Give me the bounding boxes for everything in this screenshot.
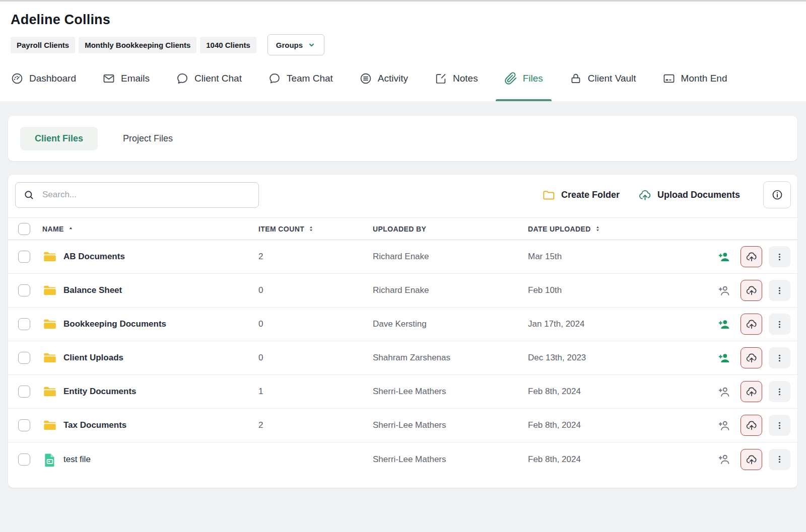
row-item-count: 0 xyxy=(258,353,373,363)
dots-vertical-icon xyxy=(774,420,785,431)
search-icon xyxy=(23,189,35,201)
row-upload-button[interactable] xyxy=(741,381,762,402)
dots-vertical-icon xyxy=(774,353,785,363)
row-checkbox[interactable] xyxy=(18,386,30,398)
upload-cloud-icon xyxy=(746,453,758,466)
row-menu-button[interactable] xyxy=(769,246,790,267)
row-checkbox[interactable] xyxy=(18,318,30,330)
row-name[interactable]: Entity Documents xyxy=(63,387,258,397)
nav-tab[interactable]: Dashboard xyxy=(11,55,76,101)
client-vault-icon xyxy=(569,72,582,85)
upload-cloud-icon xyxy=(746,251,758,263)
row-name[interactable]: AB Documents xyxy=(63,252,258,262)
column-header[interactable]: ITEM COUNT xyxy=(258,225,373,233)
sort-both-icon xyxy=(307,225,315,233)
row-checkbox[interactable] xyxy=(18,284,30,296)
upload-cloud-icon xyxy=(746,284,758,296)
table-row[interactable]: Tax Documents 2 Sherri-Lee Mathers Feb 8… xyxy=(8,409,797,442)
row-checkbox[interactable] xyxy=(18,352,30,364)
dots-vertical-icon xyxy=(774,387,785,397)
row-date-uploaded: Jan 17th, 2024 xyxy=(528,319,711,329)
row-actions xyxy=(711,415,797,436)
row-menu-button[interactable] xyxy=(769,449,790,470)
row-menu-button[interactable] xyxy=(769,314,790,335)
search-box xyxy=(15,182,259,208)
row-actions xyxy=(711,381,797,402)
row-menu-button[interactable] xyxy=(769,381,790,402)
upload-cloud-icon xyxy=(638,188,652,202)
row-uploaded-by: Richard Enake xyxy=(373,252,528,262)
row-item-count: 2 xyxy=(258,420,373,430)
row-menu-button[interactable] xyxy=(769,347,790,368)
nav-tab[interactable]: Notes xyxy=(434,55,478,101)
row-upload-button[interactable] xyxy=(741,314,762,335)
row-item-count: 0 xyxy=(258,285,373,295)
table-row[interactable]: Bookkeeping Documents 0 Dave Kersting Ja… xyxy=(8,308,797,341)
upload-cloud-icon xyxy=(746,386,758,398)
row-actions xyxy=(711,246,797,267)
row-actions xyxy=(711,347,797,368)
add-user-icon[interactable] xyxy=(717,351,731,365)
client-files-panel: Create Folder Upload Documents NAME xyxy=(8,175,797,488)
add-user-icon[interactable] xyxy=(717,419,731,432)
table-row[interactable]: Client Uploads 0 Shahram Zarshenas Dec 1… xyxy=(8,341,797,375)
row-name[interactable]: Bookkeeping Documents xyxy=(63,319,258,329)
subtab[interactable]: Client Files xyxy=(20,127,98,150)
column-header[interactable]: UPLOADED BY xyxy=(373,225,528,233)
table-header-row: NAME ITEM COUNT UPLOADED BY DATE UPLOADE… xyxy=(8,217,797,240)
notes-icon xyxy=(434,72,447,85)
files-icon xyxy=(504,72,517,85)
row-upload-button[interactable] xyxy=(741,415,762,436)
row-checkbox[interactable] xyxy=(18,419,30,431)
groups-button[interactable]: Groups xyxy=(267,34,324,55)
add-user-icon[interactable] xyxy=(717,250,731,264)
nav-tab[interactable]: Team Chat xyxy=(268,55,333,101)
create-folder-button[interactable]: Create Folder xyxy=(542,188,620,202)
subtab[interactable]: Project Files xyxy=(108,127,187,150)
info-button[interactable] xyxy=(763,181,791,208)
row-upload-button[interactable] xyxy=(741,246,762,267)
select-all-checkbox[interactable] xyxy=(18,223,30,235)
add-user-icon[interactable] xyxy=(717,318,731,331)
add-user-icon[interactable] xyxy=(717,284,731,297)
column-header[interactable]: DATE UPLOADED xyxy=(528,225,711,233)
add-user-icon[interactable] xyxy=(717,385,731,399)
nav-tab[interactable]: Client Vault xyxy=(569,55,636,101)
upload-documents-button[interactable]: Upload Documents xyxy=(638,188,740,202)
row-name[interactable]: Client Uploads xyxy=(63,353,258,363)
upload-cloud-icon xyxy=(746,352,758,364)
nav-tab[interactable]: Files xyxy=(504,55,543,101)
nav-tab[interactable]: Client Chat xyxy=(176,55,242,101)
row-checkbox[interactable] xyxy=(18,251,30,263)
client-group-tag: 1040 Clients xyxy=(200,37,256,53)
row-actions xyxy=(711,280,797,301)
nav-tab[interactable]: Emails xyxy=(102,55,150,101)
dots-vertical-icon xyxy=(774,252,785,262)
upload-cloud-icon xyxy=(746,318,758,330)
row-name[interactable]: Tax Documents xyxy=(63,420,258,430)
row-name[interactable]: test file xyxy=(63,454,258,465)
sort-both-icon xyxy=(594,225,601,233)
row-name[interactable]: Balance Sheet xyxy=(63,285,258,295)
table-row[interactable]: AB Documents 2 Richard Enake Mar 15th xyxy=(8,240,797,274)
nav-tab[interactable]: Month End xyxy=(662,55,727,101)
row-menu-button[interactable] xyxy=(769,280,790,301)
row-upload-button[interactable] xyxy=(741,449,762,470)
nav-tab[interactable]: Activity xyxy=(359,55,408,101)
row-checkbox[interactable] xyxy=(18,453,30,466)
row-upload-button[interactable] xyxy=(741,280,762,301)
dashboard-icon xyxy=(11,72,24,85)
search-input[interactable] xyxy=(41,189,251,200)
row-upload-button[interactable] xyxy=(741,347,762,368)
table-row[interactable]: test file Sherri-Lee Mathers Feb 8th, 20… xyxy=(8,442,797,476)
table-row[interactable]: Entity Documents 1 Sherri-Lee Mathers Fe… xyxy=(8,375,797,409)
folder-icon xyxy=(42,283,57,298)
table-row[interactable]: Balance Sheet 0 Richard Enake Feb 10th xyxy=(8,274,797,308)
column-header[interactable]: NAME xyxy=(42,225,258,233)
add-user-icon[interactable] xyxy=(717,452,731,466)
row-uploaded-by: Shahram Zarshenas xyxy=(373,353,528,363)
files-page: Client FilesProject Files Create Folder … xyxy=(0,101,806,488)
row-uploaded-by: Dave Kersting xyxy=(373,319,528,329)
page-title: Adeline Collins xyxy=(11,12,794,28)
row-menu-button[interactable] xyxy=(769,415,790,436)
